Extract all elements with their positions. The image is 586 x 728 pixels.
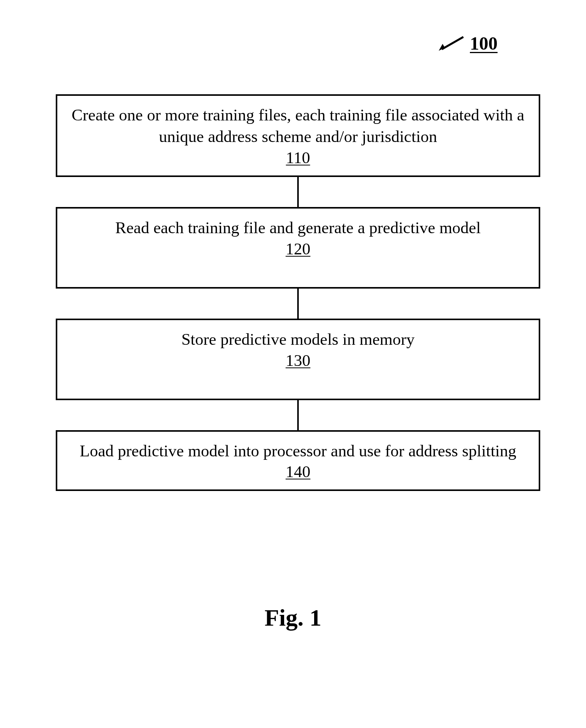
flow-step-2: Read each training file and generate a p… (56, 207, 540, 289)
arrow-indicator-icon (437, 34, 466, 53)
flow-step-3: Store predictive models in memory 130 (56, 319, 540, 400)
diagram-number: 100 (470, 33, 498, 54)
connector-line (297, 177, 299, 207)
step-number: 130 (65, 351, 531, 370)
step-number: 120 (65, 239, 531, 258)
step-text: Read each training file and generate a p… (65, 217, 531, 239)
flow-step-1: Create one or more training files, each … (56, 94, 540, 177)
diagram-reference-label: 100 (437, 33, 498, 54)
step-number: 140 (65, 462, 531, 481)
step-text: Create one or more training files, each … (65, 104, 531, 147)
flow-step-4: Load predictive model into processor and… (56, 430, 540, 491)
step-number: 110 (65, 148, 531, 167)
svg-marker-1 (439, 44, 445, 51)
step-text: Store predictive models in memory (65, 329, 531, 350)
flowchart-container: Create one or more training files, each … (56, 94, 540, 491)
svg-line-0 (442, 37, 463, 49)
figure-caption: Fig. 1 (0, 604, 586, 631)
connector-line (297, 289, 299, 319)
step-text: Load predictive model into processor and… (65, 440, 531, 462)
connector-line (297, 400, 299, 430)
